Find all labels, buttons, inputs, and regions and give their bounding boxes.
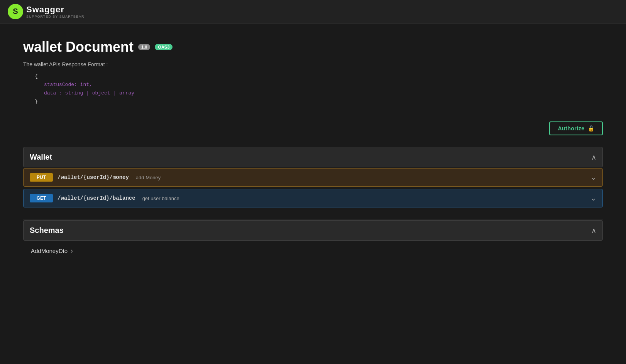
code-line-close: } [35,98,603,106]
get-method-badge: GET [30,194,53,202]
authorize-label: Authorize [558,125,584,131]
wallet-api-section: Wallet ∧ PUT /wallet/{userId}/money add … [23,147,603,207]
logo-container: S Swagger Supported by SMARTBEAR [8,4,85,19]
put-endpoint-row[interactable]: PUT /wallet/{userId}/money add Money ⌄ [23,168,603,187]
smartbear-label: Supported by SMARTBEAR [26,15,85,19]
get-endpoint-desc: get user balance [142,195,179,201]
authorize-button[interactable]: Authorize 🔓 [549,121,603,135]
code-block: { statusCode: int, data : string | objec… [35,72,603,106]
title-section: wallet Document 1.0 OAS3 The wallet APIs… [23,39,603,106]
wallet-section-chevron: ∧ [591,153,596,162]
svg-text:S: S [13,7,18,15]
main-content: wallet Document 1.0 OAS3 The wallet APIs… [0,24,626,276]
schemas-section: Schemas ∧ AddMoneyDto › [23,219,603,260]
put-endpoint-desc: add Money [136,175,161,180]
get-endpoint-chevron: ⌄ [590,194,596,202]
swagger-label: Swagger [26,5,85,15]
schemas-section-chevron: ∧ [591,226,596,235]
put-method-badge: PUT [30,173,53,182]
swagger-logo-icon: S [8,4,23,19]
page-title: wallet Document [23,39,134,55]
put-endpoint-chevron: ⌄ [590,173,596,182]
wallet-section-title: Wallet [30,153,52,162]
put-endpoint-path: /wallet/{userId}/money [58,174,129,180]
code-line-field2: data : string | object | array [35,89,603,98]
code-line-open: { [35,72,603,81]
schema-name: AddMoneyDto [31,248,68,254]
title-row: wallet Document 1.0 OAS3 [23,39,603,55]
get-endpoint-row[interactable]: GET /wallet/{userId}/balance get user ba… [23,189,603,207]
code-line-field1: statusCode: int, [35,81,603,89]
version-badge: 1.0 [138,44,150,50]
schemas-section-header[interactable]: Schemas ∧ [23,220,603,241]
api-description: The wallet APIs Response Format : [23,61,603,67]
schemas-divider [23,219,603,219]
logo-text: Swagger Supported by SMARTBEAR [26,5,85,19]
schemas-section-title: Schemas [30,226,64,235]
header: S Swagger Supported by SMARTBEAR [0,0,626,24]
wallet-section-header[interactable]: Wallet ∧ [23,147,603,167]
schema-expand-arrow: › [71,247,73,255]
oas-badge: OAS3 [155,44,173,50]
get-endpoint-path: /wallet/{userId}/balance [58,195,135,201]
schema-add-money-dto[interactable]: AddMoneyDto › [23,241,603,260]
authorize-section: Authorize 🔓 [23,121,603,135]
lock-icon: 🔓 [588,125,595,131]
